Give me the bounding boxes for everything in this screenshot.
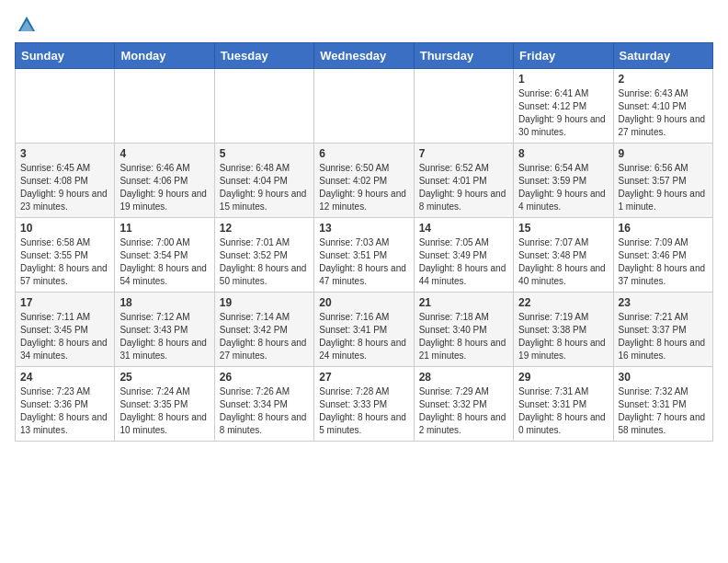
calendar-cell: 19Sunrise: 7:14 AM Sunset: 3:42 PM Dayli… xyxy=(214,293,313,367)
day-number: 20 xyxy=(319,296,408,309)
calendar-cell: 27Sunrise: 7:28 AM Sunset: 3:33 PM Dayli… xyxy=(314,367,414,442)
day-number: 19 xyxy=(220,296,309,309)
day-number: 3 xyxy=(20,147,109,160)
calendar-week-row: 24Sunrise: 7:23 AM Sunset: 3:36 PM Dayli… xyxy=(16,367,713,442)
calendar-cell: 13Sunrise: 7:03 AM Sunset: 3:51 PM Dayli… xyxy=(314,218,414,293)
day-number: 14 xyxy=(419,222,508,235)
calendar-cell: 10Sunrise: 6:58 AM Sunset: 3:55 PM Dayli… xyxy=(16,218,115,293)
calendar-header-wednesday: Wednesday xyxy=(314,43,414,69)
logo xyxy=(15,15,37,35)
calendar-cell: 22Sunrise: 7:19 AM Sunset: 3:38 PM Dayli… xyxy=(514,293,613,367)
day-info: Sunrise: 7:00 AM Sunset: 3:54 PM Dayligh… xyxy=(119,236,209,288)
calendar-header-tuesday: Tuesday xyxy=(214,43,313,69)
day-info: Sunrise: 6:54 AM Sunset: 3:59 PM Dayligh… xyxy=(518,162,608,213)
day-info: Sunrise: 7:31 AM Sunset: 3:31 PM Dayligh… xyxy=(518,385,608,437)
day-info: Sunrise: 7:14 AM Sunset: 3:42 PM Dayligh… xyxy=(220,311,309,362)
day-info: Sunrise: 7:05 AM Sunset: 3:49 PM Dayligh… xyxy=(419,236,508,288)
header xyxy=(15,15,713,35)
calendar-cell: 5Sunrise: 6:48 AM Sunset: 4:04 PM Daylig… xyxy=(214,144,313,218)
calendar-cell: 9Sunrise: 6:56 AM Sunset: 3:57 PM Daylig… xyxy=(613,144,712,218)
day-info: Sunrise: 6:58 AM Sunset: 3:55 PM Dayligh… xyxy=(20,236,109,288)
calendar-cell: 21Sunrise: 7:18 AM Sunset: 3:40 PM Dayli… xyxy=(414,293,513,367)
calendar-cell: 11Sunrise: 7:00 AM Sunset: 3:54 PM Dayli… xyxy=(115,218,214,293)
day-number: 30 xyxy=(619,371,708,384)
day-number: 17 xyxy=(20,296,109,309)
calendar-cell xyxy=(214,69,313,144)
day-number: 28 xyxy=(419,371,508,384)
calendar-cell: 25Sunrise: 7:24 AM Sunset: 3:35 PM Dayli… xyxy=(115,367,214,442)
day-number: 9 xyxy=(619,147,708,160)
day-number: 5 xyxy=(220,147,309,160)
day-info: Sunrise: 6:46 AM Sunset: 4:06 PM Dayligh… xyxy=(119,162,209,213)
day-info: Sunrise: 6:56 AM Sunset: 3:57 PM Dayligh… xyxy=(619,162,708,213)
day-number: 6 xyxy=(319,147,408,160)
calendar-cell: 29Sunrise: 7:31 AM Sunset: 3:31 PM Dayli… xyxy=(514,367,613,442)
calendar-cell xyxy=(414,69,513,144)
calendar-week-row: 17Sunrise: 7:11 AM Sunset: 3:45 PM Dayli… xyxy=(16,293,713,367)
day-number: 8 xyxy=(518,147,608,160)
calendar-cell: 3Sunrise: 6:45 AM Sunset: 4:08 PM Daylig… xyxy=(16,144,115,218)
day-number: 10 xyxy=(20,222,109,235)
calendar-cell: 4Sunrise: 6:46 AM Sunset: 4:06 PM Daylig… xyxy=(115,144,214,218)
calendar-cell: 1Sunrise: 6:41 AM Sunset: 4:12 PM Daylig… xyxy=(514,69,613,144)
day-info: Sunrise: 7:28 AM Sunset: 3:33 PM Dayligh… xyxy=(319,385,408,437)
calendar-cell: 28Sunrise: 7:29 AM Sunset: 3:32 PM Dayli… xyxy=(414,367,513,442)
calendar-week-row: 10Sunrise: 6:58 AM Sunset: 3:55 PM Dayli… xyxy=(16,218,713,293)
day-info: Sunrise: 7:03 AM Sunset: 3:51 PM Dayligh… xyxy=(319,236,408,288)
day-number: 16 xyxy=(619,222,708,235)
day-number: 29 xyxy=(518,371,608,384)
calendar-cell: 7Sunrise: 6:52 AM Sunset: 4:01 PM Daylig… xyxy=(414,144,513,218)
calendar-header-saturday: Saturday xyxy=(613,43,712,69)
day-info: Sunrise: 6:52 AM Sunset: 4:01 PM Dayligh… xyxy=(419,162,508,213)
day-info: Sunrise: 7:24 AM Sunset: 3:35 PM Dayligh… xyxy=(119,385,209,437)
day-info: Sunrise: 7:19 AM Sunset: 3:38 PM Dayligh… xyxy=(518,311,608,362)
day-info: Sunrise: 6:43 AM Sunset: 4:10 PM Dayligh… xyxy=(619,87,708,139)
calendar-cell: 20Sunrise: 7:16 AM Sunset: 3:41 PM Dayli… xyxy=(314,293,414,367)
calendar-cell: 8Sunrise: 6:54 AM Sunset: 3:59 PM Daylig… xyxy=(514,144,613,218)
calendar-cell: 6Sunrise: 6:50 AM Sunset: 4:02 PM Daylig… xyxy=(314,144,414,218)
day-number: 26 xyxy=(220,371,309,384)
calendar-week-row: 3Sunrise: 6:45 AM Sunset: 4:08 PM Daylig… xyxy=(16,144,713,218)
calendar: SundayMondayTuesdayWednesdayThursdayFrid… xyxy=(15,42,713,442)
day-number: 2 xyxy=(619,73,708,86)
day-info: Sunrise: 7:29 AM Sunset: 3:32 PM Dayligh… xyxy=(419,385,508,437)
day-info: Sunrise: 6:41 AM Sunset: 4:12 PM Dayligh… xyxy=(518,87,608,139)
day-number: 1 xyxy=(518,73,608,86)
day-info: Sunrise: 6:45 AM Sunset: 4:08 PM Dayligh… xyxy=(20,162,109,213)
calendar-week-row: 1Sunrise: 6:41 AM Sunset: 4:12 PM Daylig… xyxy=(16,69,713,144)
day-number: 22 xyxy=(518,296,608,309)
day-info: Sunrise: 7:11 AM Sunset: 3:45 PM Dayligh… xyxy=(20,311,109,362)
calendar-cell xyxy=(314,69,414,144)
day-number: 11 xyxy=(119,222,209,235)
calendar-cell: 26Sunrise: 7:26 AM Sunset: 3:34 PM Dayli… xyxy=(214,367,313,442)
logo-icon xyxy=(17,15,37,35)
calendar-header-sunday: Sunday xyxy=(16,43,115,69)
day-number: 25 xyxy=(119,371,209,384)
day-number: 7 xyxy=(419,147,508,160)
day-info: Sunrise: 7:18 AM Sunset: 3:40 PM Dayligh… xyxy=(419,311,508,362)
day-info: Sunrise: 7:07 AM Sunset: 3:48 PM Dayligh… xyxy=(518,236,608,288)
calendar-cell: 15Sunrise: 7:07 AM Sunset: 3:48 PM Dayli… xyxy=(514,218,613,293)
calendar-cell: 23Sunrise: 7:21 AM Sunset: 3:37 PM Dayli… xyxy=(613,293,712,367)
calendar-header-monday: Monday xyxy=(115,43,214,69)
calendar-cell: 24Sunrise: 7:23 AM Sunset: 3:36 PM Dayli… xyxy=(16,367,115,442)
day-info: Sunrise: 6:50 AM Sunset: 4:02 PM Dayligh… xyxy=(319,162,408,213)
calendar-cell: 12Sunrise: 7:01 AM Sunset: 3:52 PM Dayli… xyxy=(214,218,313,293)
calendar-cell xyxy=(115,69,214,144)
day-info: Sunrise: 7:16 AM Sunset: 3:41 PM Dayligh… xyxy=(319,311,408,362)
calendar-cell: 16Sunrise: 7:09 AM Sunset: 3:46 PM Dayli… xyxy=(613,218,712,293)
day-number: 15 xyxy=(518,222,608,235)
day-info: Sunrise: 7:01 AM Sunset: 3:52 PM Dayligh… xyxy=(220,236,309,288)
day-info: Sunrise: 7:23 AM Sunset: 3:36 PM Dayligh… xyxy=(20,385,109,437)
day-info: Sunrise: 7:26 AM Sunset: 3:34 PM Dayligh… xyxy=(220,385,309,437)
day-number: 12 xyxy=(220,222,309,235)
day-number: 13 xyxy=(319,222,408,235)
day-number: 23 xyxy=(619,296,708,309)
calendar-header-friday: Friday xyxy=(514,43,613,69)
day-number: 27 xyxy=(319,371,408,384)
day-number: 18 xyxy=(119,296,209,309)
day-info: Sunrise: 7:09 AM Sunset: 3:46 PM Dayligh… xyxy=(619,236,708,288)
calendar-cell xyxy=(16,69,115,144)
day-number: 4 xyxy=(119,147,209,160)
day-info: Sunrise: 6:48 AM Sunset: 4:04 PM Dayligh… xyxy=(220,162,309,213)
